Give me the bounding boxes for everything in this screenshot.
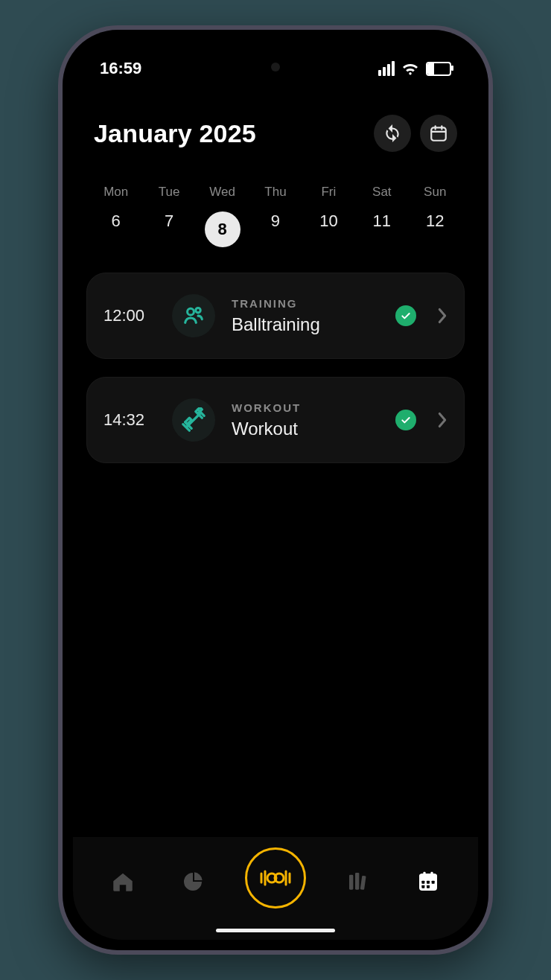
- wifi-icon: [401, 62, 419, 75]
- tab-calendar[interactable]: [410, 864, 446, 900]
- event-done-badge: [395, 410, 416, 430]
- page-title: January 2025: [94, 119, 256, 148]
- svg-rect-22: [423, 872, 425, 876]
- event-icon-wrap: [172, 398, 215, 442]
- phone-bezel: 16:59 January 2025 Mon6 Tue7 We: [63, 30, 488, 950]
- event-time: 14:32: [103, 410, 156, 430]
- svg-rect-18: [427, 881, 430, 884]
- library-icon: [346, 870, 370, 894]
- day-label: Tue: [159, 185, 180, 200]
- front-camera: [271, 63, 280, 71]
- tab-library[interactable]: [340, 864, 376, 900]
- event-name: Workout: [232, 419, 379, 439]
- tab-bar: [73, 837, 478, 940]
- day-wed[interactable]: Wed8: [196, 185, 249, 247]
- svg-rect-16: [419, 874, 437, 879]
- day-number: 9: [271, 211, 280, 231]
- chevron-right-icon: [437, 308, 448, 324]
- svg-rect-20: [421, 885, 424, 888]
- status-time: 16:59: [100, 59, 141, 78]
- event-list: 12:00 TRAINING Balltraining 14:32: [73, 255, 478, 481]
- barbell-icon: [258, 867, 293, 889]
- tab-home[interactable]: [105, 864, 141, 900]
- svg-point-5: [196, 308, 200, 312]
- svg-rect-14: [360, 876, 366, 890]
- event-icon-wrap: [172, 294, 215, 337]
- sync-button[interactable]: [374, 115, 411, 152]
- svg-rect-13: [355, 873, 359, 890]
- day-number: 11: [373, 211, 391, 231]
- event-category: TRAINING: [232, 297, 379, 310]
- chevron-right-icon: [437, 412, 448, 428]
- day-number: 8: [205, 211, 241, 247]
- header: January 2025: [73, 89, 478, 152]
- day-label: Thu: [264, 185, 286, 200]
- svg-rect-21: [427, 885, 430, 888]
- event-category: WORKOUT: [232, 401, 379, 414]
- svg-point-4: [188, 308, 194, 315]
- calendar-filled-icon: [416, 870, 440, 894]
- event-name: Balltraining: [232, 314, 379, 335]
- day-label: Sat: [372, 185, 392, 200]
- day-fri[interactable]: Fri10: [302, 185, 355, 247]
- day-label: Mon: [103, 185, 128, 200]
- week-strip: Mon6 Tue7 Wed8 Thu9 Fri10 Sat11 Sun12: [73, 152, 478, 255]
- calendar-button[interactable]: [420, 115, 457, 152]
- svg-rect-17: [421, 881, 424, 884]
- sync-icon: [383, 124, 402, 143]
- day-thu[interactable]: Thu9: [249, 185, 302, 247]
- group-icon: [182, 304, 206, 328]
- day-label: Sun: [424, 185, 446, 200]
- event-time: 12:00: [103, 306, 156, 325]
- event-done-badge: [395, 305, 416, 326]
- svg-rect-23: [430, 872, 433, 876]
- day-tue[interactable]: Tue7: [142, 185, 195, 247]
- svg-rect-12: [349, 875, 353, 890]
- home-indicator[interactable]: [216, 929, 335, 932]
- svg-rect-0: [431, 127, 446, 140]
- tab-stats[interactable]: [175, 864, 211, 900]
- day-label: Fri: [321, 185, 336, 200]
- home-icon: [110, 869, 136, 894]
- day-sun[interactable]: Sun12: [409, 185, 462, 247]
- pie-chart-icon: [181, 870, 205, 894]
- day-number: 7: [165, 211, 173, 231]
- battery-icon: [426, 62, 451, 76]
- day-number: 12: [426, 211, 444, 231]
- day-mon[interactable]: Mon6: [89, 185, 142, 247]
- check-icon: [400, 414, 412, 426]
- day-label: Wed: [209, 185, 235, 200]
- check-icon: [400, 310, 412, 322]
- phone-frame: 16:59 January 2025 Mon6 Tue7 We: [58, 25, 493, 955]
- calendar-icon: [429, 124, 448, 143]
- day-sat[interactable]: Sat11: [355, 185, 408, 247]
- tab-workout[interactable]: [245, 847, 306, 909]
- status-right: [378, 61, 451, 76]
- day-number: 10: [319, 211, 337, 231]
- cellular-icon: [378, 61, 395, 76]
- event-card-workout[interactable]: 14:32 WORKOUT Workout: [86, 377, 465, 463]
- svg-rect-19: [432, 881, 435, 884]
- dumbbell-icon: [181, 407, 206, 433]
- day-number: 6: [112, 211, 121, 231]
- screen: 16:59 January 2025 Mon6 Tue7 We: [73, 40, 478, 940]
- event-card-training[interactable]: 12:00 TRAINING Balltraining: [86, 273, 465, 359]
